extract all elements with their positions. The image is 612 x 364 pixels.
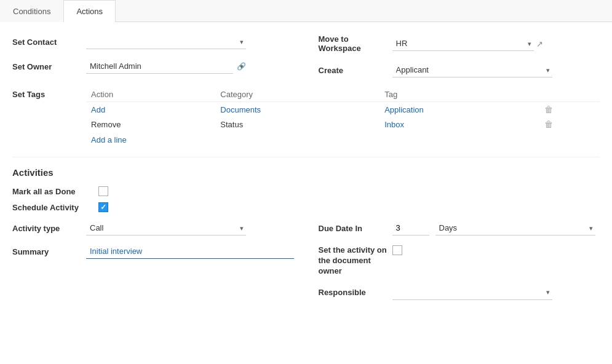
due-date-unit-select[interactable]: Days Weeks Months (435, 221, 595, 235)
col-header-category: Category (215, 87, 380, 102)
due-date-unit-select-wrapper: Days Weeks Months ▾ (435, 221, 595, 235)
due-date-number-input[interactable] (392, 221, 429, 235)
activity-left-col: Activity type Call Email Meeting To-Do ▾ (12, 221, 319, 300)
delete-tag-row-2-icon[interactable]: 🗑 (544, 119, 553, 129)
due-date-label: Due Date In (319, 224, 392, 233)
set-owner-external-link-icon[interactable]: 🔗 (237, 62, 246, 71)
col-header-delete (539, 87, 600, 102)
activity-type-select[interactable]: Call Email Meeting To-Do (86, 221, 246, 235)
divider (12, 157, 600, 157)
move-to-workspace-label: Move to Workspace (319, 34, 392, 53)
create-label: Create (319, 66, 392, 75)
responsible-row: Responsible ▾ (319, 285, 600, 300)
activity-type-field: Call Email Meeting To-Do ▾ (86, 221, 246, 235)
set-owner-select-wrapper: Mitchell Admin ▾ 🔗 (86, 59, 246, 74)
tag-value-application: Application (384, 105, 424, 114)
delete-tag-row-1-icon[interactable]: 🗑 (544, 105, 553, 114)
activity-type-select-wrapper: Call Email Meeting To-Do ▾ (86, 221, 246, 235)
top-section: Set Contact ▾ Set Owner Mitchel (12, 34, 600, 87)
activities-section-title: Activities (12, 167, 600, 178)
tag-value-inbox: Inbox (384, 120, 404, 129)
create-select[interactable]: Applicant (392, 63, 552, 77)
responsible-select-wrapper: ▾ (392, 285, 552, 300)
set-contact-row: Set Contact ▾ (12, 34, 294, 49)
tab-actions[interactable]: Actions (63, 0, 116, 22)
create-field: Applicant ▾ (392, 63, 600, 77)
move-to-workspace-select[interactable]: HR (392, 36, 534, 51)
due-date-row: Due Date In Days Weeks Months ▾ (319, 221, 600, 235)
create-row: Create Applicant ▾ (319, 63, 600, 77)
activities-section: Activities Mark all as Done Schedule Act… (12, 167, 600, 300)
summary-label: Summary (12, 247, 86, 256)
set-owner-field: Mitchell Admin ▾ 🔗 (86, 59, 294, 74)
tag-category-documents[interactable]: Documents (220, 105, 261, 114)
set-activity-owner-label: Set the activity on the document owner (319, 244, 392, 277)
set-owner-select[interactable]: Mitchell Admin (86, 59, 233, 74)
table-row: Add Documents Application 🗑 (86, 102, 600, 117)
tag-action-add[interactable]: Add (91, 105, 105, 114)
summary-field (86, 244, 294, 259)
create-select-wrapper: Applicant ▾ (392, 63, 552, 77)
set-contact-label: Set Contact (12, 38, 86, 47)
set-contact-select-wrapper: ▾ (86, 34, 246, 49)
schedule-activity-label: Schedule Activity (12, 203, 98, 212)
mark-all-done-label: Mark all as Done (12, 187, 98, 196)
tags-table-wrapper: Action Category Tag Add Documents Applic… (86, 87, 600, 147)
set-owner-row: Set Owner Mitchell Admin ▾ 🔗 (12, 59, 294, 74)
set-tags-label: Set Tags (12, 87, 86, 147)
set-tags-section: Set Tags Action Category Tag Add Documen… (12, 87, 600, 147)
activity-right-col: Due Date In Days Weeks Months ▾ (319, 221, 600, 300)
activity-type-label: Activity type (12, 224, 86, 233)
tags-table: Action Category Tag Add Documents Applic… (86, 87, 600, 132)
move-to-workspace-field: HR ▾ ↗ (392, 36, 600, 51)
col-header-tag: Tag (380, 87, 539, 102)
activity-form: Activity type Call Email Meeting To-Do ▾ (12, 221, 600, 300)
add-tag-line-button[interactable]: Add a line (86, 133, 132, 147)
mark-all-done-row: Mark all as Done (12, 186, 600, 196)
tag-category-status: Status (220, 120, 243, 129)
due-date-unit-wrapper: Days Weeks Months ▾ (435, 221, 595, 235)
move-to-workspace-select-wrapper: HR ▾ ↗ (392, 36, 543, 51)
table-row: Remove Status Inbox 🗑 (86, 117, 600, 132)
tag-action-remove: Remove (91, 120, 121, 129)
set-owner-label: Set Owner (12, 62, 86, 71)
move-to-workspace-row: Move to Workspace HR ▾ ↗ (319, 34, 600, 53)
schedule-activity-checkbox[interactable] (98, 202, 108, 212)
tab-bar: Conditions Actions (0, 0, 612, 22)
move-to-workspace-external-link-icon[interactable]: ↗ (536, 39, 543, 49)
right-column: Move to Workspace HR ▾ ↗ Create (319, 34, 600, 87)
activity-type-row: Activity type Call Email Meeting To-Do ▾ (12, 221, 294, 235)
tab-conditions[interactable]: Conditions (0, 0, 63, 22)
col-header-action: Action (86, 87, 215, 102)
set-contact-field: ▾ (86, 34, 294, 49)
summary-input[interactable] (86, 244, 294, 259)
mark-all-done-checkbox[interactable] (98, 186, 108, 196)
schedule-activity-row: Schedule Activity (12, 202, 600, 212)
responsible-select[interactable] (392, 285, 552, 300)
responsible-label: Responsible (319, 288, 392, 297)
responsible-field: ▾ (392, 285, 552, 300)
left-column: Set Contact ▾ Set Owner Mitchel (12, 34, 319, 87)
main-content: Set Contact ▾ Set Owner Mitchel (0, 22, 612, 312)
set-activity-owner-row: Set the activity on the document owner (319, 244, 600, 277)
summary-row: Summary (12, 244, 294, 259)
set-activity-owner-checkbox[interactable] (392, 245, 402, 255)
set-contact-select[interactable] (86, 34, 246, 49)
